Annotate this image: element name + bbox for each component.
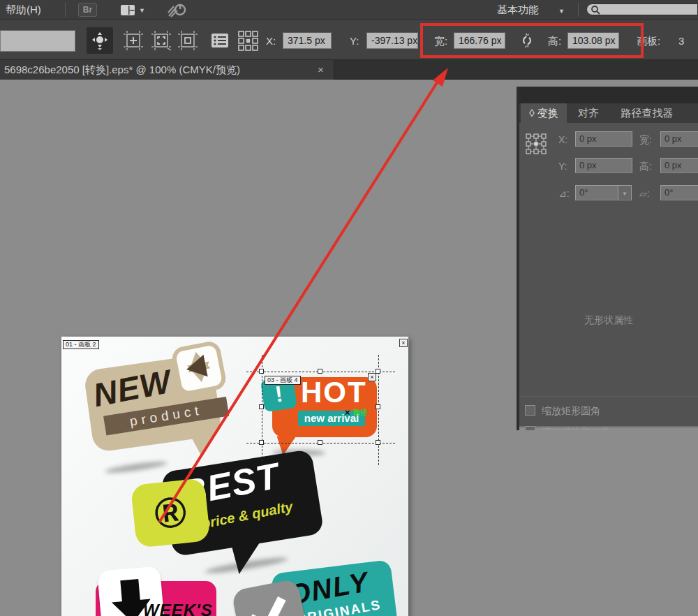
tab-align-label: 对齐: [578, 107, 599, 119]
document-title: 5698c26be2050 [转换].eps* @ 100% (CMYK/预览): [4, 64, 240, 77]
shear-field[interactable]: 0°: [660, 185, 698, 200]
panel-x-label: X:: [558, 134, 567, 145]
artboard-bounds-button[interactable]: [174, 27, 201, 54]
artboard-options-dialog-button[interactable]: [207, 27, 233, 54]
new-bubble-tail: [190, 429, 222, 458]
artboard-options-icon: [211, 33, 229, 48]
new-artboard-icon: [123, 30, 144, 51]
tab-transform-label: 变换: [537, 107, 558, 119]
broken-chain-icon: [519, 32, 535, 49]
artboard-bounds-icon: [177, 30, 198, 51]
cs-live-icon: [167, 2, 186, 17]
x-field[interactable]: 371.5 px: [283, 32, 332, 49]
selected-artboard-tag[interactable]: 03 - 画板 4: [265, 376, 301, 385]
arrange-documents-button[interactable]: [119, 1, 137, 18]
arrow-down-icon: [120, 579, 140, 603]
x-label: X:: [266, 35, 276, 47]
width-label: 宽:: [434, 35, 447, 48]
panel-drag-bar[interactable]: [519, 87, 698, 103]
resize-handle-sw[interactable]: [259, 440, 264, 445]
transform-panel-body: X: 0 px 宽: 0 px Y: 0 px 高: 0 px ⊿: 0° ▼ …: [519, 123, 698, 427]
arrow-left-icon: [184, 355, 208, 381]
resize-handle-ne[interactable]: [376, 369, 380, 374]
transform-panel: ◊ 变换 对齐 路径查找器: [517, 87, 698, 430]
reference-point-selector[interactable]: [525, 133, 547, 155]
y-label: Y:: [350, 35, 359, 47]
panel-divider: [519, 396, 698, 397]
illustrator-window: 帮助(H) Br ▼ 基本功能 ▼: [0, 0, 698, 616]
arrange-documents-icon: [120, 4, 135, 16]
checkbox-scale-strokes-label: 缩放描边和效果: [542, 426, 610, 430]
best-icon-square: ®: [131, 478, 211, 548]
artboard-count-label: 画板:: [637, 35, 660, 48]
checkmark-icon: [248, 589, 286, 616]
move-artboard-icon: [90, 31, 110, 50]
rotate-dropdown-arrow[interactable]: ▼: [618, 185, 632, 200]
rearrange-artboards-button[interactable]: [235, 27, 261, 54]
artboard-name-tag[interactable]: 01 - 画板 2: [63, 340, 99, 349]
height-field[interactable]: 103.08 px: [567, 32, 619, 49]
y-field[interactable]: -397.13 px: [366, 32, 418, 49]
checkbox-scale-corners[interactable]: [525, 405, 535, 416]
resize-handle-w[interactable]: [259, 404, 264, 409]
rotate-field[interactable]: 0°: [575, 185, 618, 200]
rearrange-artboards-icon: [237, 30, 258, 51]
search-icon: [591, 5, 600, 15]
search-input[interactable]: [586, 3, 698, 15]
fit-artboard-button[interactable]: [148, 27, 174, 54]
panel-y-field[interactable]: 0 px: [575, 158, 632, 173]
artboard-name-input[interactable]: [0, 30, 75, 52]
badge-weeks[interactable]: WEEK'S BEST OFFER: [93, 567, 225, 616]
new-artboard-button[interactable]: [120, 27, 147, 54]
panel-width-label: 宽:: [639, 134, 652, 147]
document-tab[interactable]: 5698c26be2050 [转换].eps* @ 100% (CMYK/预览)…: [0, 60, 334, 80]
fit-artboard-icon: [151, 30, 172, 51]
height-label: 高:: [548, 35, 561, 48]
smart-guide-label: 路径: [353, 408, 367, 418]
panel-width-field[interactable]: 0 px: [660, 131, 698, 147]
panel-collapse-icon[interactable]: ◊: [529, 107, 534, 119]
selected-artboard-close-icon[interactable]: ×: [368, 373, 376, 381]
menu-help[interactable]: 帮助(H): [6, 3, 41, 17]
new-icon-square: [170, 339, 228, 397]
checkbox-scale-corners-label: 缩放矩形圆角: [542, 405, 600, 418]
cs-live-button[interactable]: [165, 1, 188, 19]
menu-separator: [65, 3, 66, 17]
weeks-title: WEEK'S: [143, 602, 213, 616]
artboard-count-value: 3: [678, 35, 684, 47]
panel-height-label: 高:: [639, 161, 652, 173]
bridge-button[interactable]: Br: [78, 3, 97, 17]
workspace-switcher[interactable]: 基本功能: [497, 3, 539, 17]
menu-separator: [578, 3, 579, 17]
document-tab-strip: 5698c26be2050 [转换].eps* @ 100% (CMYK/预览)…: [0, 60, 698, 80]
menu-bar: 帮助(H) Br ▼ 基本功能 ▼: [0, 0, 698, 20]
resize-handle-s[interactable]: [318, 440, 322, 445]
arrange-documents-dropdown-arrow[interactable]: ▼: [139, 7, 145, 14]
panel-tab-bar: ◊ 变换 对齐 路径查找器: [519, 103, 698, 123]
artboard[interactable]: NEW product ! HOT new arrival: [61, 337, 408, 616]
panel-height-field[interactable]: 0 px: [660, 158, 698, 173]
shear-icon: ▱:: [639, 188, 650, 199]
panel-x-field[interactable]: 0 px: [575, 131, 632, 147]
resize-handle-se[interactable]: [376, 440, 380, 445]
tab-transform[interactable]: ◊ 变换: [521, 103, 567, 123]
move-artboard-button[interactable]: [87, 27, 113, 54]
registered-icon: ®: [152, 487, 189, 538]
artboard-close-icon[interactable]: ×: [399, 339, 408, 347]
hot-title: HOT: [301, 378, 367, 407]
panel-y-label: Y:: [558, 161, 567, 172]
resize-handle-n[interactable]: [318, 369, 322, 374]
tab-pathfinder-label: 路径查找器: [621, 107, 674, 119]
resize-handle-nw[interactable]: [259, 369, 264, 374]
workspace-dropdown-arrow[interactable]: ▼: [558, 8, 565, 15]
tab-align[interactable]: 对齐: [571, 103, 606, 123]
no-shape-properties-text: 无形状属性: [519, 314, 698, 327]
link-dimensions-button[interactable]: [518, 32, 536, 49]
resize-handle-e[interactable]: [376, 404, 380, 409]
checkbox-scale-strokes[interactable]: [525, 426, 535, 430]
mouse-cursor: ×: [345, 407, 350, 418]
width-field[interactable]: 166.76 px: [454, 32, 505, 49]
rotate-angle-icon: ⊿:: [558, 188, 570, 199]
document-close-icon[interactable]: ×: [318, 64, 324, 75]
tab-pathfinder[interactable]: 路径查找器: [610, 103, 684, 123]
